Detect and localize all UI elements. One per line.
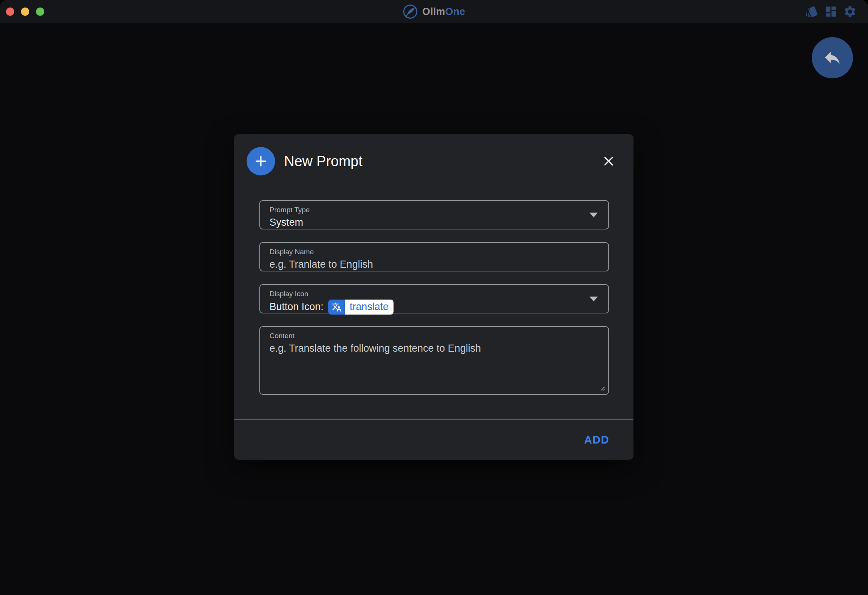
content-textarea[interactable] [269, 342, 599, 390]
app-title-text: OllmOne [422, 6, 465, 18]
zoom-window-button[interactable] [36, 7, 44, 16]
plus-icon [247, 147, 275, 175]
titlebar-actions [805, 5, 857, 18]
new-prompt-dialog: New Prompt Prompt Type System Display Na… [234, 134, 633, 460]
display-icon-value: Button Icon: translate [269, 300, 599, 315]
reply-arrow-icon [823, 48, 842, 68]
button-icon-prefix: Button Icon: [269, 301, 323, 313]
close-window-button[interactable] [6, 7, 14, 16]
prompt-type-value: System [269, 216, 599, 229]
content-field[interactable]: Content [259, 326, 609, 395]
settings-gear-icon[interactable] [843, 5, 857, 18]
display-name-input[interactable] [269, 258, 599, 271]
prompt-type-select[interactable]: Prompt Type System [259, 200, 609, 229]
dropdown-arrow-icon [590, 297, 598, 301]
add-button[interactable]: ADD [579, 430, 615, 450]
content-label: Content [269, 331, 599, 340]
window-controls [6, 7, 44, 16]
translate-chip-text: translate [345, 300, 394, 315]
translate-chip: translate [328, 300, 394, 315]
app-title: OllmOne [403, 0, 465, 23]
dialog-title: New Prompt [284, 153, 362, 169]
titlebar: OllmOne [0, 0, 868, 23]
prompt-type-label: Prompt Type [269, 205, 599, 214]
translate-icon [328, 300, 345, 315]
dialog-footer: ADD [234, 420, 633, 460]
back-button[interactable] [812, 37, 853, 78]
minimize-window-button[interactable] [21, 7, 29, 16]
display-icon-select[interactable]: Display Icon Button Icon: translate [259, 284, 609, 313]
display-name-label: Display Name [269, 247, 599, 256]
display-icon-label: Display Icon [269, 289, 599, 298]
dialog-header: New Prompt [247, 147, 617, 175]
feather-logo-icon [403, 4, 418, 19]
resize-handle-icon[interactable] [598, 384, 606, 391]
dashboard-icon[interactable] [824, 5, 838, 18]
style-icon[interactable] [805, 5, 819, 18]
display-name-field[interactable]: Display Name [259, 242, 609, 271]
close-icon [600, 155, 617, 168]
close-dialog-button[interactable] [600, 153, 617, 170]
dropdown-arrow-icon [590, 213, 598, 217]
app-window: OllmOne New Prompt [0, 0, 868, 595]
